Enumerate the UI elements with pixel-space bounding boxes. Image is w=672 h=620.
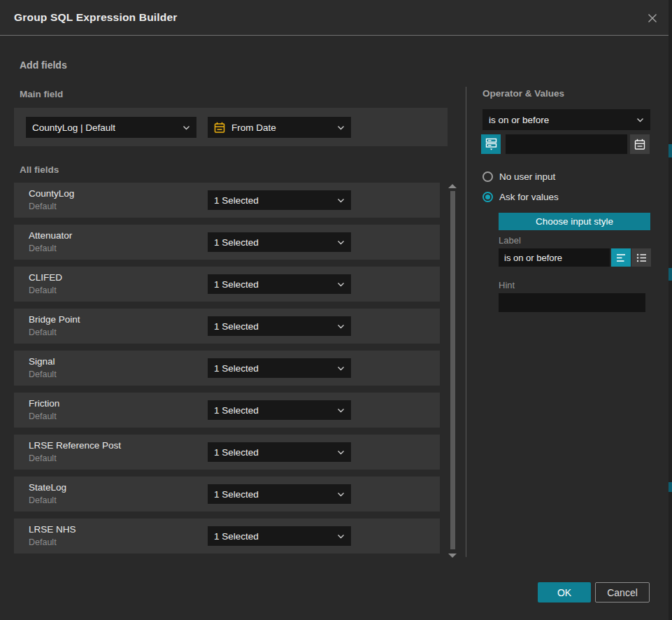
field-row: Friction Default 1 Selected xyxy=(14,393,440,428)
hint-input[interactable] xyxy=(499,293,645,312)
radio-no-user-input-label: No user input xyxy=(499,171,555,182)
field-selected-dropdown-label: 1 Selected xyxy=(214,321,259,332)
scrollbar-down-arrow[interactable] xyxy=(448,554,457,558)
field-values-select[interactable]: 1 Selected xyxy=(208,316,351,336)
add-fields-heading: Add fields xyxy=(20,59,67,71)
scrollbar-thumb[interactable] xyxy=(450,191,455,549)
chevron-down-icon xyxy=(337,450,345,455)
field-subtitle: Default xyxy=(29,495,57,505)
field-selected-dropdown-label: 1 Selected xyxy=(214,363,259,374)
date-picker-button[interactable] xyxy=(630,134,650,154)
field-row: CountyLog Default 1 Selected xyxy=(14,183,440,218)
date-field-icon xyxy=(214,122,225,134)
dialog-header: Group SQL Expression Builder xyxy=(0,0,669,36)
operator-select[interactable]: is on or before xyxy=(482,109,650,130)
single-line-style-toggle[interactable] xyxy=(611,248,631,267)
radio-off-icon xyxy=(482,171,493,182)
chevron-down-icon xyxy=(337,125,345,130)
field-name: Signal xyxy=(29,356,55,367)
field-values-select[interactable]: 1 Selected xyxy=(208,232,351,252)
field-row: StateLog Default 1 Selected xyxy=(14,477,440,512)
field-subtitle: Default xyxy=(29,369,57,379)
field-subtitle: Default xyxy=(29,244,57,253)
field-name: CountyLog xyxy=(29,188,74,199)
field-values-select[interactable]: 1 Selected xyxy=(208,190,351,210)
label-caption: Label xyxy=(499,235,521,246)
label-input[interactable] xyxy=(499,248,610,267)
field-selected-dropdown-label: 1 Selected xyxy=(214,405,259,416)
chevron-down-icon xyxy=(337,534,345,539)
radio-ask-for-values[interactable]: Ask for values xyxy=(482,192,559,202)
chevron-down-icon xyxy=(337,282,345,287)
background-fragment xyxy=(669,268,672,281)
chevron-down-icon xyxy=(337,492,345,497)
unique-values-icon xyxy=(485,138,497,150)
field-row: CLIFED Default 1 Selected xyxy=(14,267,440,302)
screen: Group SQL Expression Builder Add fields … xyxy=(0,0,672,620)
field-values-select[interactable]: 1 Selected xyxy=(208,400,351,420)
operator-select-value: is on or before xyxy=(489,115,549,125)
value-input[interactable] xyxy=(506,134,627,154)
main-field-heading: Main field xyxy=(20,89,63,99)
field-subtitle: Default xyxy=(29,286,57,295)
chevron-down-icon xyxy=(337,366,345,371)
field-subtitle: Default xyxy=(29,202,57,211)
field-name: CLIFED xyxy=(29,272,62,283)
field-row: LRSE Reference Post Default 1 Selected xyxy=(14,435,440,470)
main-field-select[interactable]: From Date xyxy=(208,117,351,138)
field-subtitle: Default xyxy=(29,453,57,463)
radio-on-icon xyxy=(482,192,493,202)
calendar-icon xyxy=(634,139,645,150)
field-row: Attenuator Default 1 Selected xyxy=(14,225,440,260)
field-values-select[interactable]: 1 Selected xyxy=(208,274,351,294)
field-values-select[interactable]: 1 Selected xyxy=(208,442,351,462)
ok-button[interactable]: OK xyxy=(538,582,591,603)
radio-no-user-input[interactable]: No user input xyxy=(482,171,555,182)
field-name: Bridge Point xyxy=(29,314,80,325)
list-icon xyxy=(636,253,647,262)
field-selected-dropdown-label: 1 Selected xyxy=(214,237,259,248)
main-field-select-value: From Date xyxy=(231,122,276,133)
field-selected-dropdown-label: 1 Selected xyxy=(214,531,259,542)
align-left-icon xyxy=(616,253,627,262)
cancel-button[interactable]: Cancel xyxy=(595,582,650,603)
chevron-down-icon xyxy=(183,125,190,130)
panel-divider xyxy=(466,87,466,557)
background-app-edge xyxy=(669,0,672,620)
list-style-toggle[interactable] xyxy=(631,248,651,267)
field-subtitle: Default xyxy=(29,411,57,421)
dialog-title: Group SQL Expression Builder xyxy=(14,11,178,24)
field-name: Attenuator xyxy=(29,230,72,241)
field-name: LRSE NHS xyxy=(29,524,76,535)
operator-values-heading: Operator & Values xyxy=(482,88,564,99)
all-fields-list: CountyLog Default 1 Selected Attenuator … xyxy=(14,183,440,554)
field-selected-dropdown-label: 1 Selected xyxy=(214,447,259,458)
close-button[interactable] xyxy=(645,10,660,26)
close-icon xyxy=(646,12,659,24)
field-values-select[interactable]: 1 Selected xyxy=(208,526,351,546)
field-selected-dropdown-label: 1 Selected xyxy=(214,279,259,290)
unique-values-button[interactable] xyxy=(481,134,501,154)
field-values-select[interactable]: 1 Selected xyxy=(208,484,351,504)
field-subtitle: Default xyxy=(29,327,57,337)
all-fields-heading: All fields xyxy=(20,164,59,175)
field-row: Bridge Point Default 1 Selected xyxy=(14,309,440,344)
layer-select[interactable]: CountyLog | Default xyxy=(26,117,196,138)
field-name: Friction xyxy=(29,398,59,409)
chevron-down-icon xyxy=(636,118,644,122)
group-sql-expression-builder-dialog: Group SQL Expression Builder Add fields … xyxy=(0,0,669,620)
field-subtitle: Default xyxy=(29,537,57,547)
layer-select-value: CountyLog | Default xyxy=(32,122,115,133)
field-name: LRSE Reference Post xyxy=(29,440,121,451)
chevron-down-icon xyxy=(337,408,345,413)
field-selected-dropdown-label: 1 Selected xyxy=(214,195,259,206)
chevron-down-icon xyxy=(337,240,345,245)
radio-ask-for-values-label: Ask for values xyxy=(499,192,559,202)
background-fragment xyxy=(669,144,672,157)
choose-input-style-button[interactable]: Choose input style xyxy=(499,213,650,230)
scrollbar-up-arrow[interactable] xyxy=(448,184,457,188)
field-values-select[interactable]: 1 Selected xyxy=(208,358,351,378)
main-field-panel: CountyLog | Default From Date xyxy=(14,108,448,146)
chevron-down-icon xyxy=(337,324,345,329)
field-name: StateLog xyxy=(29,482,66,493)
